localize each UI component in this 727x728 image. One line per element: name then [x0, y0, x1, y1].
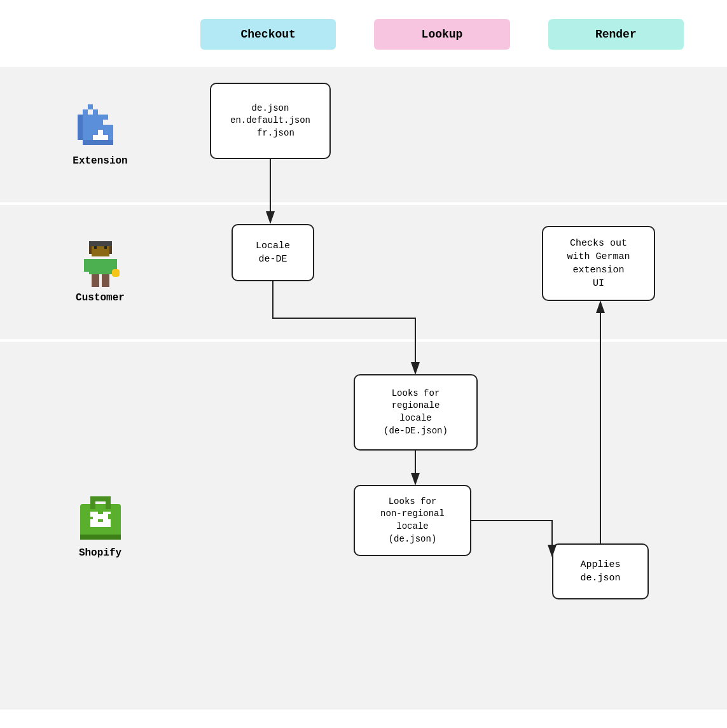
svg-rect-24 [92, 274, 99, 287]
customer-label: Customer [76, 292, 125, 304]
svg-rect-23 [112, 269, 120, 277]
svg-rect-19 [89, 241, 112, 246]
svg-rect-4 [93, 109, 98, 115]
customer-icon [81, 241, 120, 287]
col-render: Render [548, 19, 684, 50]
svg-rect-29 [90, 496, 111, 501]
svg-rect-20 [89, 259, 112, 274]
box-applies: Appliesde.json [552, 543, 649, 599]
svg-rect-8 [98, 130, 103, 140]
shopify-label: Shopify [79, 547, 121, 559]
shopify-icon [78, 491, 123, 542]
actor-extension: Extension [0, 67, 200, 204]
box-nonregional: Looks fornon-regionallocale(de.json) [354, 485, 471, 556]
svg-rect-6 [103, 115, 108, 120]
svg-rect-3 [88, 104, 93, 109]
svg-rect-35 [103, 512, 111, 514]
svg-rect-21 [84, 259, 89, 272]
svg-rect-1 [83, 109, 88, 115]
box-regional: Looks forregionalelocale(de-DE.json) [354, 374, 478, 451]
actor-customer: Customer [0, 204, 200, 340]
svg-rect-12 [83, 140, 113, 145]
svg-rect-10 [103, 135, 108, 140]
extension-label: Extension [73, 155, 127, 167]
diagram-container: Checkout Lookup Render Extension [0, 0, 727, 728]
column-headers: Checkout Lookup Render [200, 19, 722, 50]
svg-rect-2 [83, 115, 93, 125]
col-checkout: Checkout [200, 19, 336, 50]
box-checkout-result: Checks outwith GermanextensionUI [542, 226, 655, 301]
svg-rect-5 [93, 115, 103, 125]
svg-rect-17 [94, 246, 97, 249]
svg-rect-36 [80, 535, 121, 540]
svg-rect-11 [78, 115, 83, 140]
svg-rect-9 [93, 135, 98, 140]
svg-rect-25 [102, 274, 109, 287]
svg-rect-18 [104, 246, 107, 249]
col-lookup: Lookup [374, 19, 509, 50]
svg-rect-31 [90, 512, 98, 517]
svg-rect-33 [90, 522, 111, 527]
box-files: de.json en.default.json fr.json [210, 83, 331, 159]
actor-shopify: Shopify [0, 340, 200, 710]
box-locale: Localede-DE [232, 224, 314, 281]
extension-icon [78, 104, 123, 150]
svg-rect-34 [90, 519, 98, 522]
